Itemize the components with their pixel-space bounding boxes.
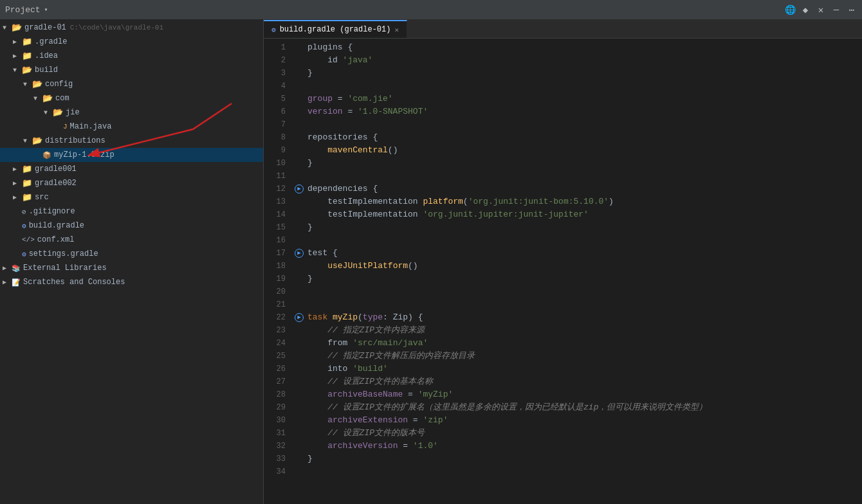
gutter-item-17[interactable]: ▶ bbox=[293, 247, 305, 260]
tree-item-settings-gradle[interactable]: ⚙settings.gradle bbox=[0, 247, 263, 261]
main-layout: 📂gradle-01C:\code\java\gradle-01📁.gradle… bbox=[0, 19, 862, 504]
globe-icon[interactable]: 🌐 bbox=[785, 4, 795, 15]
tree-item-gradle-dir[interactable]: 📁.gradle bbox=[0, 35, 263, 49]
gutter-item-12[interactable]: ▶ bbox=[293, 183, 305, 195]
code-token: = bbox=[343, 107, 358, 116]
tree-item-gradle002[interactable]: 📁gradle002 bbox=[0, 176, 263, 190]
line-numbers: 1234567891011121314151617181920212223242… bbox=[264, 39, 293, 504]
line-number-17: 17 bbox=[264, 247, 293, 260]
code-token: version bbox=[307, 107, 343, 116]
code-line-6: version = '1.0-SNAPSHOT' bbox=[305, 105, 862, 118]
tree-item-ext-libraries[interactable]: 📚External Libraries bbox=[0, 261, 263, 275]
tree-item-gradle-01[interactable]: 📂gradle-01C:\code\java\gradle-01 bbox=[0, 21, 263, 35]
code-token: // 指定ZIP文件内容来源 bbox=[327, 325, 425, 335]
editor-tab-build-gradle[interactable]: ⚙ build.gradle (gradle-01) ✕ bbox=[264, 20, 407, 38]
tree-item-meta: C:\code\java\gradle-01 bbox=[70, 24, 163, 32]
expand-arrow[interactable] bbox=[13, 165, 22, 173]
code-line-1: plugins { bbox=[305, 41, 862, 54]
line-number-11: 11 bbox=[264, 170, 293, 183]
tree-item-jie-dir[interactable]: 📂jie bbox=[0, 105, 263, 120]
code-line-34 bbox=[305, 465, 862, 478]
line-number-9: 9 bbox=[264, 144, 293, 157]
line-number-24: 24 bbox=[264, 337, 293, 350]
tree-item-distributions-dir[interactable]: 📂distributions bbox=[0, 134, 263, 148]
tree-item-build-gradle[interactable]: ⚙build.gradle bbox=[0, 219, 263, 233]
line-number-30: 30 bbox=[264, 414, 293, 427]
code-token: () bbox=[408, 261, 418, 271]
line-number-31: 31 bbox=[264, 427, 293, 440]
expand-arrow[interactable] bbox=[3, 264, 12, 272]
tree-item-main-java[interactable]: JMain.java bbox=[0, 120, 263, 134]
tree-item-config-dir[interactable]: 📂config bbox=[0, 77, 263, 91]
tree-item-label: External Libraries bbox=[23, 264, 107, 273]
diamond-icon[interactable]: ◆ bbox=[800, 4, 811, 15]
tree-item-com-dir[interactable]: 📂com bbox=[0, 91, 263, 105]
expand-arrow[interactable] bbox=[3, 24, 12, 32]
code-token: 'java' bbox=[343, 55, 373, 65]
tree-item-label: distributions bbox=[45, 136, 105, 145]
tree-item-gradle001[interactable]: 📁gradle001 bbox=[0, 162, 263, 176]
tree-item-scratches[interactable]: 📝Scratches and Consoles bbox=[0, 275, 263, 289]
gutter-item-1 bbox=[293, 41, 305, 54]
run-gutter-icon[interactable]: ▶ bbox=[295, 313, 304, 322]
line-number-33: 33 bbox=[264, 453, 293, 465]
tree-item-conf-xml[interactable]: </>conf.xml bbox=[0, 233, 263, 247]
gutter-item-11 bbox=[293, 170, 305, 183]
sidebar: 📂gradle-01C:\code\java\gradle-01📁.gradle… bbox=[0, 19, 264, 504]
tree-item-build-dir[interactable]: 📂build bbox=[0, 63, 263, 77]
tab-close-icon[interactable]: ✕ bbox=[394, 26, 399, 34]
tree-item-label: Scratches and Consoles bbox=[23, 278, 125, 287]
expand-arrow[interactable] bbox=[13, 179, 22, 187]
expand-arrow[interactable] bbox=[23, 138, 32, 145]
project-label[interactable]: Project bbox=[5, 5, 41, 15]
expand-arrow[interactable] bbox=[13, 194, 22, 201]
code-token: Zip bbox=[393, 312, 408, 322]
code-token: // 指定ZIP文件解压后的内容存放目录 bbox=[327, 351, 475, 361]
gutter-item-22[interactable]: ▶ bbox=[293, 311, 305, 324]
code-token: from bbox=[307, 338, 353, 348]
gutter-item-28 bbox=[293, 388, 305, 401]
code-token: () bbox=[388, 145, 398, 155]
gutter: ▶▶▶ bbox=[293, 39, 305, 504]
expand-arrow[interactable] bbox=[44, 109, 53, 116]
project-tree: 📂gradle-01C:\code\java\gradle-01📁.gradle… bbox=[0, 19, 263, 291]
expand-arrow[interactable] bbox=[13, 38, 22, 46]
gutter-item-23 bbox=[293, 324, 305, 337]
code-token: = bbox=[398, 441, 412, 451]
code-token bbox=[307, 441, 327, 451]
gutter-item-14 bbox=[293, 208, 305, 221]
minimize-icon[interactable]: — bbox=[831, 4, 841, 15]
gutter-item-9 bbox=[293, 144, 305, 157]
line-number-22: 22 bbox=[264, 311, 293, 324]
expand-arrow[interactable] bbox=[33, 95, 42, 102]
code-token: dependencies bbox=[307, 184, 372, 194]
line-number-34: 34 bbox=[264, 465, 293, 478]
code-token: archiveVersion bbox=[327, 441, 398, 451]
expand-arrow[interactable] bbox=[13, 67, 22, 74]
dropdown-icon[interactable]: ▾ bbox=[44, 6, 48, 14]
code-line-19: } bbox=[305, 273, 862, 285]
code-line-11 bbox=[305, 170, 862, 183]
code-line-25: // 指定ZIP文件解压后的内容存放目录 bbox=[305, 350, 862, 363]
line-number-27: 27 bbox=[264, 375, 293, 388]
expand-arrow[interactable] bbox=[23, 81, 32, 88]
code-token: plugins bbox=[307, 42, 347, 52]
title-bar-icons: 🌐 ◆ ✕ — ⋯ bbox=[785, 4, 857, 15]
tree-item-myzip[interactable]: 📦myZip-1.0.zip bbox=[0, 148, 263, 162]
more-icon[interactable]: ⋯ bbox=[847, 4, 857, 15]
tree-item-gitignore[interactable]: ⊘.gitignore bbox=[0, 204, 263, 219]
tree-item-idea-dir[interactable]: 📁.idea bbox=[0, 49, 263, 63]
expand-arrow[interactable] bbox=[3, 278, 12, 286]
run-gutter-icon[interactable]: ▶ bbox=[295, 184, 304, 194]
line-number-16: 16 bbox=[264, 234, 293, 247]
code-line-9: mavenCentral() bbox=[305, 144, 862, 157]
code-line-2: id 'java' bbox=[305, 54, 862, 67]
tree-item-src-dir[interactable]: 📁src bbox=[0, 190, 263, 204]
code-line-7 bbox=[305, 118, 862, 131]
run-gutter-icon[interactable]: ▶ bbox=[295, 249, 304, 258]
tree-item-label: com bbox=[55, 94, 69, 103]
gutter-item-27 bbox=[293, 375, 305, 388]
code-token bbox=[307, 428, 327, 438]
close-icon[interactable]: ✕ bbox=[816, 4, 826, 15]
expand-arrow[interactable] bbox=[13, 52, 22, 60]
